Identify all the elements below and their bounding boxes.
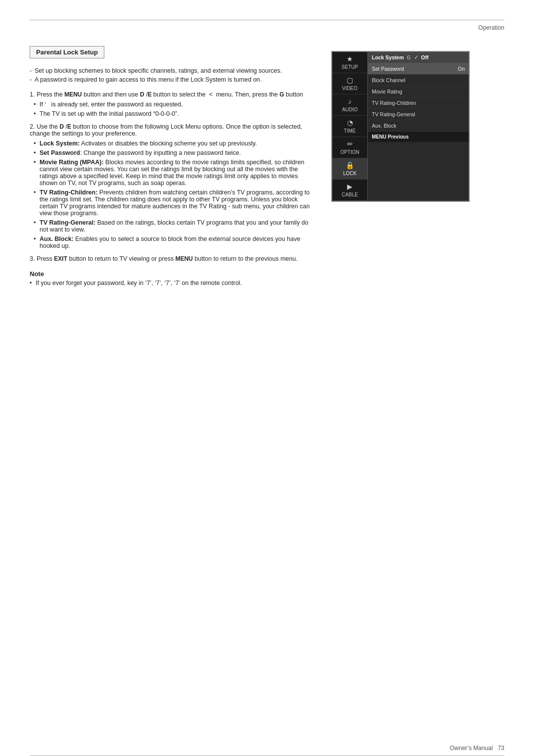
step-2-sub-aux: Aux. Block: Enables you to select a sour… [34, 236, 316, 249]
content-area: Parental Lock Setup Set up blocking sche… [30, 46, 504, 286]
menu-right-aux-block[interactable]: Aux. Block [368, 120, 469, 132]
section-title: Parental Lock Setup [30, 46, 104, 58]
menu-item-cable[interactable]: ▶ CABLE [332, 180, 367, 201]
check-mark: ✓ [414, 54, 418, 60]
time-icon: ◔ [347, 119, 353, 127]
option-label: OPTION [340, 149, 359, 155]
step-1-sub-2: The TV is set up with the initial passwo… [34, 110, 316, 117]
menu-item-setup[interactable]: ★ SETUP [332, 52, 367, 73]
step-2-sub: Lock System: Activates or disables the b… [30, 140, 316, 249]
menu-item-lock[interactable]: 🔒 LOCK [332, 158, 367, 180]
setup-label: SETUP [342, 64, 358, 70]
footer-label: Owner’s Manual 73 [450, 745, 504, 752]
menu-key-1: MENU [64, 91, 82, 98]
menu-key-3: MENU [176, 255, 193, 262]
note-section: Note If you ever forget your password, k… [30, 270, 316, 286]
tv-menu: ★ SETUP ▢ VIDEO ♪ AUDIO ◔ [331, 51, 470, 202]
page-wrapper: Operation Parental Lock Setup Set up blo… [0, 20, 534, 756]
video-label: VIDEO [342, 86, 357, 91]
menu-right-panel: Lock System G ✓ Off Set Password On Bloc… [368, 52, 469, 201]
menu-item-time[interactable]: ◔ TIME [332, 116, 367, 137]
e-key-2: E [67, 123, 71, 130]
time-label: TIME [344, 128, 356, 134]
audio-icon: ♪ [348, 97, 352, 105]
set-password-label: Set Password [372, 66, 404, 72]
cable-label: CABLE [342, 192, 358, 197]
video-icon: ▢ [347, 76, 353, 84]
d-key-2: D [59, 123, 64, 130]
g-indicator: G [407, 55, 411, 60]
intro-list: Set up blocking schemes to block specifi… [30, 67, 316, 83]
step-2-sub-movie: Movie Rating (MPAA): Blocks movies accor… [34, 159, 316, 187]
cable-icon: ▶ [347, 183, 353, 190]
menu-item-option[interactable]: ✏ OPTION [332, 137, 367, 158]
sidebar-column: ★ SETUP ▢ VIDEO ♪ AUDIO ◔ [331, 46, 480, 286]
aux-block-label: Aux. Block [372, 123, 397, 129]
e-key-1: E [148, 91, 152, 98]
intro-item-2: A password is required to gain access to… [30, 76, 316, 83]
menu-right-block-channel[interactable]: Block Channel [368, 75, 469, 86]
header-label: Operation [478, 24, 504, 31]
step-2-sub-password: Set Password: Change the password by inp… [34, 149, 316, 156]
movie-rating-label: Movie Rating [372, 89, 402, 94]
text-column: Parental Lock Setup Set up blocking sche… [30, 46, 316, 286]
header: Operation [30, 20, 504, 31]
lock-system-label: Lock System [372, 54, 404, 60]
g-key-1: G [279, 91, 284, 98]
menu-right-tv-general[interactable]: TV Rating-General [368, 109, 469, 120]
note-item-1: If you ever forget your password, key in… [30, 280, 316, 286]
block-channel-label: Block Channel [372, 77, 405, 83]
menu-footer-menu: MENU Previous [372, 134, 408, 140]
menu-left-nav: ★ SETUP ▢ VIDEO ♪ AUDIO ◔ [332, 52, 368, 201]
menu-sidebar: ★ SETUP ▢ VIDEO ♪ AUDIO ◔ [332, 52, 469, 201]
note-title: Note [30, 270, 316, 278]
option-icon: ✏ [347, 140, 353, 148]
tv-children-label: TV Rating-Children [372, 100, 416, 106]
step-3: 3. Press EXIT button to return to TV vie… [30, 255, 316, 262]
bold-lock-system: Lock System: [40, 140, 80, 147]
lock-label: LOCK [343, 171, 356, 176]
menu-item-video[interactable]: ▢ VIDEO [332, 73, 367, 94]
tv-general-label: TV Rating-General [372, 111, 415, 117]
menu-right-set-password[interactable]: Set Password On [368, 63, 469, 75]
d-key-1: D [140, 91, 144, 98]
footer: Owner’s Manual 73 [30, 745, 504, 756]
step-2-sub-tv-general: TV Rating-General: Based on the ratings,… [34, 219, 316, 233]
audio-label: AUDIO [342, 107, 358, 112]
menu-bold: MENU [372, 134, 386, 140]
menu-footer: MENU Previous [368, 132, 469, 142]
menu-right-movie-rating[interactable]: Movie Rating [368, 86, 469, 97]
step-2: 2. Use the D /E button to choose from th… [30, 123, 316, 249]
menu-item-audio[interactable]: ♪ AUDIO [332, 94, 367, 116]
exit-key: EXIT [54, 255, 67, 262]
on-label: On [458, 66, 465, 72]
step-1-sub: If ‘ is already set, enter the password … [30, 101, 316, 117]
step-1: 1. Press the MENU button and then use D … [30, 91, 316, 117]
bold-movie-rating: Movie Rating (MPAA): [40, 159, 104, 166]
step-1-number: 1. [30, 91, 37, 98]
setup-icon: ★ [347, 55, 353, 63]
step-2-sub-lock: Lock System: Activates or disables the b… [34, 140, 316, 147]
bold-set-password: Set Password [40, 149, 80, 156]
step-1-sub-1: If ‘ is already set, enter the password … [34, 101, 316, 108]
menu-right-header: Lock System G ✓ Off [368, 52, 469, 63]
bold-tv-children: TV Rating-Children: [40, 189, 97, 196]
step-3-number: 3. [30, 255, 37, 262]
bold-aux-block: Aux. Block: [40, 236, 74, 242]
intro-item-1: Set up blocking schemes to block specifi… [30, 67, 316, 74]
bold-tv-general: TV Rating-General: [40, 219, 95, 226]
steps-list: 1. Press the MENU button and then use D … [30, 91, 316, 262]
lock-icon: 🔒 [346, 161, 354, 169]
step-2-number: 2. [30, 123, 37, 130]
off-label: Off [421, 54, 429, 60]
step-2-sub-tv-children: TV Rating-Children: Prevents children fr… [34, 189, 316, 217]
menu-right-tv-children[interactable]: TV Rating-Children [368, 97, 469, 109]
